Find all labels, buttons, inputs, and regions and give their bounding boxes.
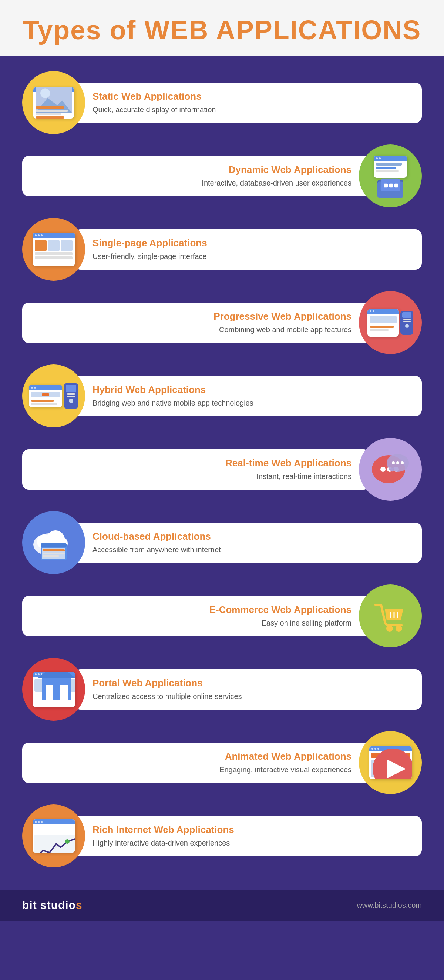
title-prefix: Types of [23,15,145,45]
item-card-ecommerce: E-Commerce Web Applications Easy online … [22,596,370,636]
list-item: Hybrid Web Applications Bridging web and… [22,364,422,427]
item-title: Static Web Applications [92,91,411,102]
svg-point-30 [386,625,393,632]
footer-url: www.bitstudios.com [357,901,422,910]
cart-icon [368,594,412,638]
svg-marker-36 [38,672,75,678]
svg-point-15 [392,461,395,465]
list-item: Portal Web Applications Centralized acce… [22,658,422,721]
svg-point-16 [396,461,399,465]
list-item: Animated Web Applications Engaging, inte… [22,731,422,794]
item-desc: Engaging, interactive visual experiences [33,764,352,775]
item-card-progressive: Progressive Web Applications Combining w… [22,302,370,343]
item-title: Single-page Applications [92,237,411,249]
svg-rect-6 [389,183,393,188]
svg-rect-47 [34,835,75,853]
list-item: Static Web Applications Quick, accurate … [22,71,422,134]
list-item: Dynamic Web Applications Interactive, da… [22,145,422,207]
footer-logo: bit studios [22,899,82,912]
item-card-single: Single-page Applications User-friendly, … [74,229,422,270]
item-icon-progressive [359,291,422,354]
svg-line-29 [381,605,385,622]
item-desc: Bridging web and native mobile app techn… [92,398,411,408]
item-desc: Quick, accurate display of information [92,105,411,115]
svg-point-31 [395,625,402,632]
item-card-animated: Animated Web Applications Engaging, inte… [22,743,370,783]
item-icon-dynamic [359,145,422,207]
chat-icon [368,447,412,492]
svg-point-17 [401,461,404,465]
list-item: Cloud-based Applications Accessible from… [22,511,422,574]
list-item: Rich Internet Web Applications Highly in… [22,805,422,867]
item-icon-single [22,218,85,281]
content-area: Static Web Applications Quick, accurate … [0,56,444,889]
item-desc: Instant, real-time interactions [33,471,352,482]
list-item: Progressive Web Applications Combining w… [22,291,422,354]
svg-rect-27 [43,555,59,557]
item-title: Hybrid Web Applications [92,384,411,396]
item-card-hybrid: Hybrid Web Applications Bridging web and… [74,376,422,416]
item-desc: Accessible from anywhere with internet [92,544,411,555]
item-card-realtime: Real-time Web Applications Instant, real… [22,449,370,490]
item-title: E-Commerce Web Applications [33,604,352,616]
item-card-cloud: Cloud-based Applications Accessible from… [74,523,422,563]
item-title: Portal Web Applications [92,678,411,689]
list-item: Single-page Applications User-friendly, … [22,218,422,281]
svg-point-48 [65,839,70,844]
item-icon-static [22,71,85,134]
item-icon-portal [22,658,85,721]
item-icon-hybrid [22,364,85,427]
item-card-dynamic: Dynamic Web Applications Interactive, da… [22,156,370,196]
item-card-portal: Portal Web Applications Centralized acce… [74,669,422,710]
svg-point-2 [40,88,50,98]
item-desc: User-friendly, single-page interface [92,251,411,261]
list-item: E-Commerce Web Applications Easy online … [22,584,422,648]
item-title: Progressive Web Applications [33,311,352,322]
svg-rect-26 [43,553,65,554]
svg-rect-38 [60,685,68,700]
item-title: Animated Web Applications [33,751,352,762]
svg-rect-5 [384,183,388,188]
svg-rect-25 [43,549,65,552]
item-card-static: Static Web Applications Quick, accurate … [74,83,422,123]
chart-icon [34,826,75,853]
item-icon-ecommerce [359,584,422,648]
svg-rect-23 [41,543,67,547]
item-title: Rich Internet Web Applications [92,824,411,835]
item-desc: Easy online selling platform [33,618,352,628]
item-desc: Centralized access to multiple online se… [92,691,411,702]
item-icon-cloud [22,511,85,574]
page-title: Types of WEB APPLICATIONS [7,15,437,45]
item-icon-rich [22,805,85,867]
cloud-icon [32,520,76,565]
header: Types of WEB APPLICATIONS [0,0,444,56]
item-desc: Interactive, database-driven user experi… [33,178,352,188]
item-icon-realtime [359,438,422,501]
item-title: Cloud-based Applications [92,531,411,542]
svg-rect-37 [46,685,53,700]
list-item: Real-time Web Applications Instant, real… [22,438,422,501]
item-icon-animated [359,731,422,794]
item-desc: Highly interactive data-driven experienc… [92,838,411,848]
item-card-rich: Rich Internet Web Applications Highly in… [74,816,422,856]
svg-rect-7 [395,183,398,188]
item-title: Dynamic Web Applications [33,164,352,175]
item-title: Real-time Web Applications [33,457,352,469]
svg-point-10 [381,467,385,472]
title-highlight: WEB APPLICATIONS [144,15,421,45]
footer: bit studios www.bitstudios.com [0,889,444,921]
item-desc: Combining web and mobile app features [33,325,352,335]
